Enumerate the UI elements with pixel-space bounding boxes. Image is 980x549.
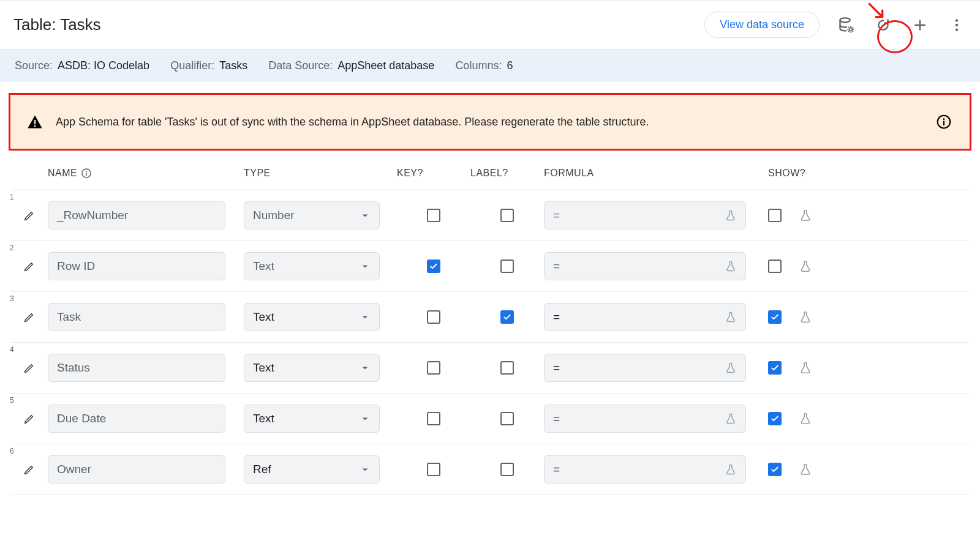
table-row: 3TaskText= xyxy=(11,292,969,343)
formula-input[interactable]: = xyxy=(544,354,746,382)
formula-input[interactable]: = xyxy=(544,252,746,280)
show-checkbox[interactable] xyxy=(768,209,782,222)
row-number: 3 xyxy=(10,294,14,303)
source-value: ASDB: IO Codelab xyxy=(58,59,149,72)
source-label: Source: xyxy=(15,59,53,72)
flask-icon xyxy=(725,260,737,272)
show-checkbox[interactable] xyxy=(768,463,782,476)
edit-column-button[interactable] xyxy=(20,409,39,428)
pencil-icon xyxy=(23,260,36,272)
view-data-source-button[interactable]: View data source xyxy=(704,12,820,38)
formula-input[interactable]: = xyxy=(544,455,746,484)
table-info-strip: Source: ASDB: IO Codelab Qualifier: Task… xyxy=(0,50,980,82)
label-checkbox[interactable] xyxy=(500,209,514,222)
chevron-down-icon xyxy=(360,210,371,221)
label-checkbox[interactable] xyxy=(500,361,514,375)
flask-icon xyxy=(725,311,737,323)
flask-icon xyxy=(725,209,737,222)
column-name-input[interactable]: Status xyxy=(48,354,225,382)
row-number: 5 xyxy=(10,396,14,405)
show-checkbox[interactable] xyxy=(768,310,782,324)
label-checkbox[interactable] xyxy=(500,412,514,425)
th-key: KEY? xyxy=(397,168,470,179)
chevron-down-icon xyxy=(360,413,371,424)
key-checkbox[interactable] xyxy=(427,463,440,476)
column-type-select[interactable]: Ref xyxy=(244,455,380,484)
schema-warning-text: App Schema for table 'Tasks' is out of s… xyxy=(56,116,922,129)
table-row: 5Due DateText= xyxy=(11,394,969,444)
qualifier-label: Qualifier: xyxy=(170,59,214,72)
pencil-icon xyxy=(23,463,36,476)
add-button[interactable] xyxy=(910,15,930,35)
edit-column-button[interactable] xyxy=(20,307,39,327)
edit-column-button[interactable] xyxy=(20,256,39,276)
table-row: 4StatusText= xyxy=(11,343,969,394)
column-name-input[interactable]: Owner xyxy=(48,455,225,484)
datasource-label: Data Source: xyxy=(268,59,333,72)
formula-input[interactable]: = xyxy=(544,303,746,331)
key-checkbox[interactable] xyxy=(427,209,440,222)
column-name-input[interactable]: Due Date xyxy=(48,405,225,433)
flask-icon xyxy=(725,362,737,374)
flask-icon[interactable] xyxy=(799,412,812,425)
data-source-settings-button[interactable] xyxy=(837,15,856,35)
flask-icon[interactable] xyxy=(799,361,812,375)
column-type-select[interactable]: Text xyxy=(244,252,380,280)
columns-count-value: 6 xyxy=(507,59,513,72)
edit-column-button[interactable] xyxy=(20,206,39,225)
database-gear-icon xyxy=(838,17,855,34)
formula-input[interactable]: = xyxy=(544,405,746,433)
flask-icon[interactable] xyxy=(799,260,812,273)
label-checkbox[interactable] xyxy=(500,463,514,476)
key-checkbox[interactable] xyxy=(427,310,440,324)
row-number: 1 xyxy=(10,193,14,201)
key-checkbox[interactable] xyxy=(427,412,440,425)
regenerate-structure-button[interactable] xyxy=(873,15,893,35)
more-options-button[interactable] xyxy=(947,15,967,35)
label-checkbox[interactable] xyxy=(500,260,514,273)
column-name-input[interactable]: Task xyxy=(48,303,225,331)
qualifier-value: Tasks xyxy=(219,59,247,72)
row-number: 2 xyxy=(10,244,14,252)
chevron-down-icon xyxy=(360,464,371,475)
show-checkbox[interactable] xyxy=(768,361,782,375)
column-type-select[interactable]: Text xyxy=(244,354,380,382)
show-checkbox[interactable] xyxy=(768,260,782,273)
key-checkbox[interactable] xyxy=(427,260,440,273)
chevron-down-icon xyxy=(360,362,371,373)
flask-icon xyxy=(725,413,737,425)
key-checkbox[interactable] xyxy=(427,361,440,375)
flask-icon[interactable] xyxy=(799,463,812,476)
column-type-select[interactable]: Text xyxy=(244,405,380,433)
page-title: Table: Tasks xyxy=(13,15,101,34)
datasource-value: AppSheet database xyxy=(337,59,434,72)
column-name-input[interactable]: Row ID xyxy=(48,252,225,280)
info-circle-icon[interactable] xyxy=(81,168,92,179)
th-label: LABEL? xyxy=(470,168,544,179)
table-row: 2Row IDText= xyxy=(11,241,969,292)
edit-column-button[interactable] xyxy=(20,358,39,378)
table-row: 1_RowNumberNumber= xyxy=(11,190,969,241)
table-header-row: NAME TYPE KEY? LABEL? FORMULA SHOW? xyxy=(11,162,969,190)
flask-icon[interactable] xyxy=(799,310,812,324)
pencil-icon xyxy=(23,362,36,374)
column-name-input[interactable]: _RowNumber xyxy=(48,201,225,230)
show-checkbox[interactable] xyxy=(768,412,782,425)
plus-icon xyxy=(912,17,928,33)
row-number: 6 xyxy=(10,447,14,455)
edit-column-button[interactable] xyxy=(20,460,39,479)
table-row: 6OwnerRef= xyxy=(11,444,969,495)
warning-triangle-icon xyxy=(26,113,43,130)
warning-info-button[interactable] xyxy=(934,112,954,132)
th-name: NAME xyxy=(48,168,77,179)
schema-warning-banner: App Schema for table 'Tasks' is out of s… xyxy=(9,93,971,151)
label-checkbox[interactable] xyxy=(500,310,514,324)
more-vert-icon xyxy=(949,17,965,33)
flask-icon[interactable] xyxy=(799,209,812,222)
info-circle-icon xyxy=(936,114,952,130)
th-type: TYPE xyxy=(244,168,397,179)
column-type-select[interactable]: Number xyxy=(244,201,380,230)
chevron-down-icon xyxy=(360,261,371,272)
column-type-select[interactable]: Text xyxy=(244,303,380,331)
formula-input[interactable]: = xyxy=(544,201,746,230)
